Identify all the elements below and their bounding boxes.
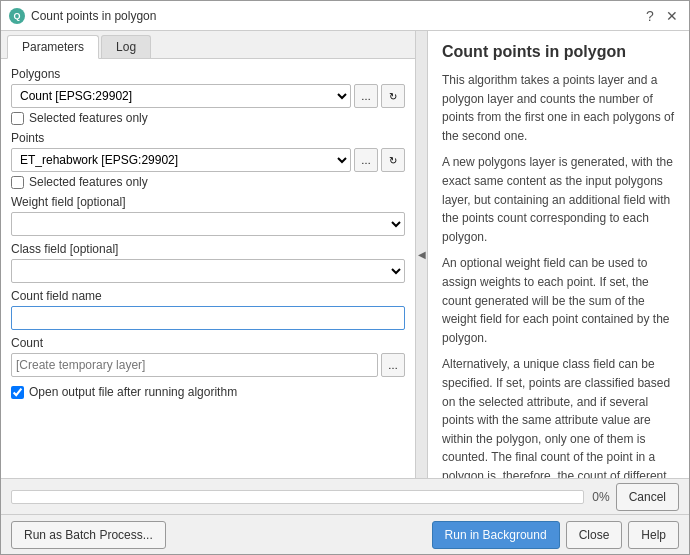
polygons-selected-checkbox[interactable]	[11, 112, 24, 125]
open-output-label: Open output file after running algorithm	[29, 385, 237, 399]
count-field-label: Count field name	[11, 289, 405, 303]
progress-label: 0%	[592, 490, 609, 504]
class-select[interactable]	[11, 259, 405, 283]
help-button[interactable]: Help	[628, 521, 679, 549]
help-para-4: Alternatively, a unique class field can …	[442, 355, 675, 478]
polygons-selected-label: Selected features only	[29, 111, 148, 125]
right-buttons: Run in Background Close Help	[432, 521, 679, 549]
points-selected-row: Selected features only	[11, 175, 405, 189]
points-refresh-button[interactable]: ↻	[381, 148, 405, 172]
progress-bar	[11, 490, 584, 504]
weight-label: Weight field [optional]	[11, 195, 405, 209]
app-icon: Q	[9, 8, 25, 24]
window-title: Count points in polygon	[31, 9, 156, 23]
class-label: Class field [optional]	[11, 242, 405, 256]
main-window: Q Count points in polygon ? ✕ Parameters…	[0, 0, 690, 555]
points-select[interactable]: ET_rehabwork [EPSG:29902]	[11, 148, 351, 172]
weight-row	[11, 212, 405, 236]
points-browse-button[interactable]: …	[354, 148, 378, 172]
polygons-refresh-button[interactable]: ↻	[381, 84, 405, 108]
polygons-select[interactable]: Count [EPSG:29902]	[11, 84, 351, 108]
open-output-checkbox[interactable]	[11, 386, 24, 399]
points-selected-checkbox[interactable]	[11, 176, 24, 189]
points-label: Points	[11, 131, 405, 145]
run-background-button[interactable]: Run in Background	[432, 521, 560, 549]
cancel-button[interactable]: Cancel	[616, 483, 679, 511]
collapse-arrow[interactable]: ◀	[416, 31, 428, 478]
points-row: ET_rehabwork [EPSG:29902] … ↻	[11, 148, 405, 172]
help-window-button[interactable]: ?	[641, 7, 659, 25]
close-window-button[interactable]: ✕	[663, 7, 681, 25]
tab-parameters[interactable]: Parameters	[7, 35, 99, 59]
help-panel: Count points in polygon This algorithm t…	[428, 31, 689, 478]
points-selected-label: Selected features only	[29, 175, 148, 189]
help-title: Count points in polygon	[442, 43, 675, 61]
help-para-2: A new polygons layer is generated, with …	[442, 153, 675, 246]
parameters-panel: Polygons Count [EPSG:29902] … ↻ Selected…	[1, 59, 415, 478]
tab-bar: Parameters Log	[1, 31, 415, 59]
polygons-browse-button[interactable]: …	[354, 84, 378, 108]
count-output-row: …	[11, 353, 405, 377]
title-bar-buttons: ? ✕	[641, 7, 681, 25]
help-para-1: This algorithm takes a points layer and …	[442, 71, 675, 145]
class-row	[11, 259, 405, 283]
main-content: Parameters Log Polygons Count [EPSG:2990…	[1, 31, 689, 478]
polygons-selected-row: Selected features only	[11, 111, 405, 125]
progress-bar-row: 0% Cancel	[1, 478, 689, 514]
count-output-browse-button[interactable]: …	[381, 353, 405, 377]
left-panel: Parameters Log Polygons Count [EPSG:2990…	[1, 31, 416, 478]
close-button[interactable]: Close	[566, 521, 623, 549]
weight-select[interactable]	[11, 212, 405, 236]
tab-log[interactable]: Log	[101, 35, 151, 58]
count-output-label: Count	[11, 336, 405, 350]
open-output-row: Open output file after running algorithm	[11, 385, 405, 399]
progress-container: 0%	[11, 490, 610, 504]
help-para-3: An optional weight field can be used to …	[442, 254, 675, 347]
count-field-input[interactable]: NUMPOINTS	[11, 306, 405, 330]
polygons-label: Polygons	[11, 67, 405, 81]
title-bar-left: Q Count points in polygon	[9, 8, 156, 24]
count-output-input[interactable]	[11, 353, 378, 377]
title-bar: Q Count points in polygon ? ✕	[1, 1, 689, 31]
polygons-row: Count [EPSG:29902] … ↻	[11, 84, 405, 108]
batch-process-button[interactable]: Run as Batch Process...	[11, 521, 166, 549]
action-bar: Run as Batch Process... Run in Backgroun…	[1, 514, 689, 554]
